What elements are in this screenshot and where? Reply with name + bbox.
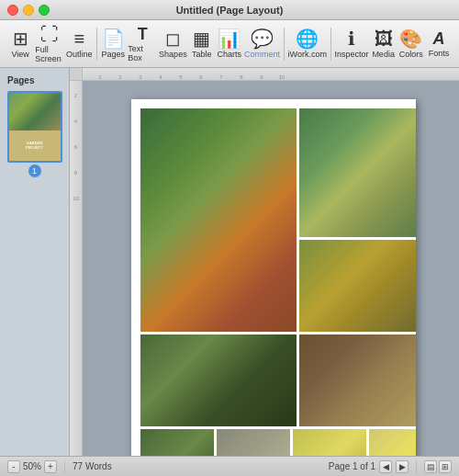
toolbar-shapes-label: Shapes [159, 50, 187, 59]
view-icon: ⊞ [13, 29, 28, 48]
ruler-vertical: 2 4 6 8 10 [70, 81, 83, 456]
toolbar-pages-label: Pages [101, 50, 125, 59]
zoom-level: 50% [23, 461, 41, 471]
document-canvas: GARDEN PROJECT Garden Project created by… [88, 99, 459, 456]
status-sep-1 [64, 460, 65, 473]
toolbar-view[interactable]: ⊞ View [7, 24, 33, 64]
toolbar-table[interactable]: ▦ Table [189, 24, 215, 64]
toolbar-iworkcom[interactable]: 🌐 iWork.com [288, 24, 327, 64]
photo-b1-bg [140, 429, 214, 456]
toolbar-comment[interactable]: 💬 Comment [244, 24, 280, 64]
page-number-indicator: 1 [28, 164, 41, 177]
ruler-tick: 4 [151, 74, 171, 80]
toolbar-pages[interactable]: 📄 Pages [100, 24, 126, 64]
toolbar-fullscreen[interactable]: ⛶ Full Screen [35, 24, 64, 64]
ruler-tick: 2 [110, 74, 130, 80]
toolbar-table-label: Table [192, 50, 212, 59]
toolbar-textbox[interactable]: T Text Box [128, 24, 157, 64]
document-page: GARDEN PROJECT Garden Project created by… [131, 99, 416, 456]
media-icon: 🖼 [375, 29, 393, 48]
zoom-control: - 50% + [7, 460, 57, 473]
ruler-tick: 5 [171, 74, 191, 80]
outline-icon: ≡ [73, 29, 84, 48]
photo-b2-bg [217, 429, 290, 456]
fullscreen-icon: ⛶ [40, 25, 59, 43]
next-page-button[interactable]: ▶ [396, 460, 409, 473]
iworkcom-icon: 🌐 [296, 29, 319, 48]
page-thumb-content: GARDENPROJECT [9, 93, 61, 161]
ruler-vtick: 2 [74, 83, 77, 108]
fonts-icon: A [432, 30, 444, 47]
photo-bottom-2 [217, 429, 290, 456]
ruler-tick: 10 [272, 74, 292, 80]
view-mode-buttons: ▤ ⊞ [424, 460, 452, 473]
main-area: Pages GARDENPROJECT 1 1 [0, 68, 459, 456]
toolbar-inspector[interactable]: ℹ Inspector [335, 24, 369, 64]
ruler-vtick: 4 [74, 108, 77, 134]
photo-main-bg [140, 108, 297, 332]
toolbar-charts[interactable]: 📊 Charts [217, 24, 242, 64]
toolbar-charts-label: Charts [218, 50, 242, 59]
toolbar-separator-2 [284, 28, 285, 61]
toolbar-shapes[interactable]: ◻ Shapes [159, 24, 187, 64]
window-title: Untitled (Page Layout) [176, 5, 284, 16]
photo-bottom-4 [369, 429, 416, 456]
bottom-photo-row [131, 426, 416, 456]
toolbar-colors[interactable]: 🎨 Colors [398, 24, 424, 64]
ruler-vtick: 6 [74, 134, 77, 160]
status-sep-2 [416, 460, 417, 473]
sidebar-pages-label: Pages [4, 75, 34, 85]
ruler-vtick: 8 [74, 160, 77, 186]
toolbar-fonts-label: Fonts [429, 49, 450, 58]
toolbar-outline[interactable]: ≡ Outline [66, 24, 93, 64]
single-page-view-button[interactable]: ▤ [424, 460, 437, 473]
toolbar-media[interactable]: 🖼 Media [371, 24, 397, 64]
comment-icon: 💬 [251, 29, 274, 48]
photo-bottom-1 [140, 429, 214, 456]
ruler-corner [70, 68, 83, 81]
photo-third-left [140, 334, 297, 426]
photo-mr-bg [299, 240, 416, 332]
toolbar-inspector-label: Inspector [335, 50, 369, 59]
toolbar-colors-label: Colors [399, 50, 423, 59]
inspector-icon: ℹ [348, 29, 355, 48]
zoom-out-button[interactable]: - [7, 460, 20, 473]
shapes-icon: ◻ [165, 29, 181, 48]
page-navigation: Page 1 of 1 ◀ ▶ [329, 460, 409, 473]
toolbar-media-label: Media [372, 50, 395, 59]
toolbar-fullscreen-label: Full Screen [35, 45, 64, 63]
close-button[interactable] [7, 5, 18, 16]
pages-icon: 📄 [102, 29, 125, 48]
photo-b3-bg [293, 429, 366, 456]
photo-bottom-3 [293, 429, 366, 456]
photo-grid [131, 99, 416, 426]
zoom-window-button[interactable] [39, 5, 50, 16]
photo-br-bg [299, 334, 416, 426]
page-thumbnail-1[interactable]: GARDENPROJECT [7, 91, 62, 163]
status-bar: - 50% + 77 Words Page 1 of 1 ◀ ▶ ▤ ⊞ [0, 456, 459, 476]
table-icon: ▦ [193, 29, 210, 48]
ruler-vtick: 10 [73, 186, 79, 211]
photo-mid-right [299, 240, 416, 332]
multi-page-view-button[interactable]: ⊞ [439, 460, 452, 473]
zoom-in-button[interactable]: + [44, 460, 57, 473]
title-bar: Untitled (Page Layout) [0, 0, 459, 20]
photo-top-right [299, 108, 416, 237]
colors-icon: 🎨 [399, 29, 422, 48]
page-number: 1 [32, 166, 37, 176]
toolbar-fonts[interactable]: A Fonts [426, 24, 452, 64]
prev-page-button[interactable]: ◀ [379, 460, 392, 473]
ruler-tick: 6 [191, 74, 211, 80]
toolbar-view-label: View [11, 50, 28, 59]
photo-third-right [299, 334, 416, 426]
toolbar-outline-label: Outline [66, 50, 93, 59]
photo-main-large [140, 108, 297, 332]
ruler-tick: 1 [90, 74, 110, 80]
minimize-button[interactable] [23, 5, 34, 16]
ruler-tick: 7 [211, 74, 231, 80]
charts-icon: 📊 [218, 29, 241, 48]
photo-tr-bg [299, 108, 416, 237]
toolbar-textbox-label: Text Box [128, 44, 157, 62]
canvas-area[interactable]: 1 2 3 4 5 6 7 8 9 10 2 4 6 8 10 [70, 68, 459, 456]
thumb-image [9, 93, 61, 130]
